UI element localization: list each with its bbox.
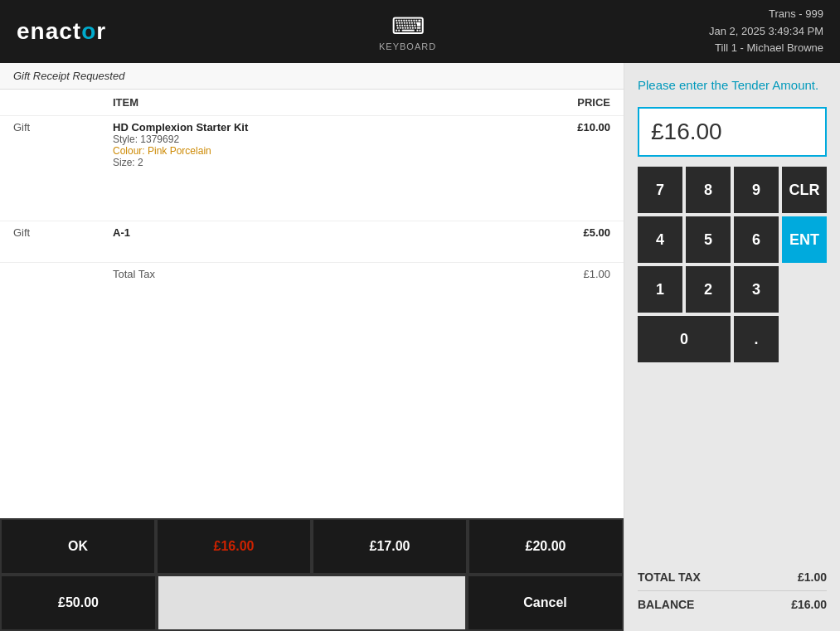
numpad-7[interactable]: 7	[638, 167, 682, 213]
col-item-header: ITEM	[100, 90, 483, 116]
amount3-button[interactable]: £20.00	[468, 518, 624, 575]
cancel-button[interactable]: Cancel	[467, 575, 624, 631]
receipt-table: ITEM PRICE GiftHD Complexion Starter Kit…	[0, 90, 624, 304]
logo: enactor	[17, 18, 106, 45]
summary-section: TOTAL TAX £1.00 BALANCE £16.00	[638, 564, 827, 618]
table-row: GiftHD Complexion Starter KitStyle: 1379…	[0, 116, 624, 221]
prompt-text: Please enter the Tender Amount.	[638, 76, 827, 94]
right-panel: Please enter the Tender Amount. £16.00 7…	[624, 63, 840, 631]
trans-label: Trans - 999	[709, 6, 823, 23]
row-details: HD Complexion Starter KitStyle: 1379692C…	[100, 116, 483, 221]
numpad: 7 8 9 CLR 4 5 6 ENT 1 2 3 0 .	[638, 167, 827, 362]
numpad-5[interactable]: 5	[686, 216, 731, 263]
numpad-clr[interactable]: CLR	[782, 167, 827, 213]
btn-row-1: OK £16.00 £17.00 £20.00	[0, 518, 624, 575]
table-row: GiftA-1£5.00	[0, 221, 624, 263]
total-tax-row: TOTAL TAX £1.00	[638, 564, 827, 591]
row-details: A-1	[100, 221, 483, 263]
row-price: £10.00	[483, 116, 624, 221]
numpad-2[interactable]: 2	[686, 266, 731, 313]
numpad-6[interactable]: 6	[734, 216, 779, 263]
spacer-btn	[157, 575, 467, 631]
balance-label: BALANCE	[638, 598, 694, 611]
row-price: £5.00	[483, 221, 624, 263]
tax-row: Total Tax£1.00	[0, 263, 624, 304]
header-center: ⌨ KEYBOARD	[106, 12, 709, 51]
tax-amount: £1.00	[483, 263, 624, 304]
col-price-header: PRICE	[483, 90, 624, 116]
header-info: Trans - 999 Jan 2, 2025 3:49:34 PM Till …	[709, 6, 823, 57]
numpad-ent[interactable]: ENT	[782, 216, 827, 263]
keyboard-icon[interactable]: ⌨	[391, 12, 425, 40]
left-panel: Gift Receipt Requested ITEM PRICE GiftHD…	[0, 63, 624, 631]
row-tag: Gift	[0, 116, 100, 221]
amount-display: £16.00	[638, 107, 827, 157]
amount4-button[interactable]: £50.00	[0, 575, 157, 631]
numpad-dot[interactable]: .	[734, 316, 779, 362]
numpad-3[interactable]: 3	[734, 266, 779, 313]
btn-row-2: £50.00 Cancel	[0, 575, 624, 631]
total-tax-value: £1.00	[798, 570, 827, 584]
numpad-4[interactable]: 4	[638, 216, 682, 263]
numpad-0[interactable]: 0	[638, 316, 731, 362]
col-tag-header	[0, 90, 100, 116]
header: enactor ⌨ KEYBOARD Trans - 999 Jan 2, 20…	[0, 0, 840, 63]
date-label: Jan 2, 2025 3:49:34 PM	[709, 23, 823, 41]
balance-row: BALANCE £16.00	[638, 591, 827, 618]
numpad-8[interactable]: 8	[686, 167, 731, 213]
balance-value: £16.00	[791, 598, 827, 611]
keyboard-label[interactable]: KEYBOARD	[379, 41, 436, 51]
amount1-button[interactable]: £16.00	[156, 518, 312, 575]
amount2-button[interactable]: £17.00	[312, 518, 468, 575]
numpad-1[interactable]: 1	[638, 266, 682, 313]
row-tag: Gift	[0, 221, 100, 263]
amount-value: £16.00	[651, 119, 722, 145]
gift-receipt-label: Gift Receipt Requested	[0, 63, 624, 90]
total-tax-label: TOTAL TAX	[638, 570, 701, 584]
till-label: Till 1 - Michael Browne	[709, 40, 823, 57]
main-container: Gift Receipt Requested ITEM PRICE GiftHD…	[0, 63, 840, 631]
numpad-9[interactable]: 9	[734, 167, 779, 213]
ok-button[interactable]: OK	[0, 518, 156, 575]
bottom-buttons: OK £16.00 £17.00 £20.00 £50.00 Cancel	[0, 518, 624, 631]
